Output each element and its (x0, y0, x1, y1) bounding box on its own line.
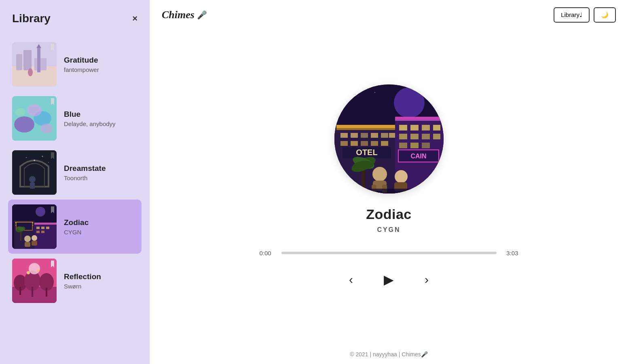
main-content: Chimes 🎤 Library♩ 🌙 (150, 0, 628, 364)
svg-point-60 (394, 87, 425, 118)
list-item[interactable]: Blue Delayde, anybodyy (8, 91, 142, 145)
sidebar-header: Library × (8, 12, 142, 25)
track-name: Zodiac (64, 218, 137, 227)
svg-point-40 (32, 235, 37, 241)
svg-point-38 (24, 236, 31, 242)
svg-point-55 (29, 263, 40, 274)
album-art-main: OTEL CAIN (334, 84, 444, 194)
close-button[interactable]: × (132, 13, 137, 24)
svg-rect-50 (19, 287, 21, 295)
list-item[interactable]: Gratitude fantompower (8, 37, 142, 91)
logo: Chimes 🎤 (162, 9, 207, 21)
svg-point-7 (28, 68, 33, 76)
svg-rect-5 (37, 48, 40, 72)
logo-icon: 🎤 (197, 10, 207, 20)
top-nav: Chimes 🎤 Library♩ 🌙 (150, 0, 628, 30)
svg-point-12 (27, 104, 42, 116)
album-thumb-gratitude (12, 42, 57, 86)
album-thumb-zodiac (12, 204, 57, 249)
album-thumb-reflection (12, 259, 57, 303)
play-icon: ▶ (384, 272, 394, 287)
svg-point-63 (374, 92, 375, 93)
track-info-zodiac: Zodiac CYGN (64, 218, 137, 236)
song-title: Zodiac (366, 206, 412, 222)
next-button[interactable]: › (421, 269, 432, 290)
svg-rect-67 (336, 125, 397, 128)
svg-rect-90 (410, 134, 419, 139)
svg-point-10 (14, 116, 34, 133)
track-info-gratitude: Gratitude fantompower (64, 56, 137, 73)
svg-rect-76 (351, 141, 358, 146)
svg-point-106 (395, 170, 408, 183)
svg-rect-94 (410, 143, 419, 148)
svg-rect-2 (16, 54, 22, 70)
svg-text:CAIN: CAIN (410, 153, 426, 160)
svg-rect-87 (422, 125, 430, 130)
svg-rect-78 (371, 141, 378, 146)
list-item[interactable]: Dreamstate Toonorth (8, 145, 142, 200)
sidebar: Library × (0, 0, 150, 364)
svg-rect-35 (46, 227, 49, 229)
prev-button[interactable]: ‹ (346, 269, 356, 290)
svg-rect-95 (422, 143, 430, 148)
library-list: Gratitude fantompower Blue (8, 37, 142, 308)
track-artist: Delayde, anybodyy (64, 120, 137, 127)
moon-icon: 🌙 (601, 11, 609, 19)
player-area: OTEL CAIN (150, 30, 628, 345)
svg-rect-41 (32, 241, 37, 246)
track-name: Gratitude (64, 56, 137, 65)
svg-rect-79 (381, 141, 388, 146)
svg-point-13 (15, 108, 25, 116)
svg-rect-77 (361, 141, 368, 146)
svg-rect-22 (30, 183, 35, 189)
svg-rect-37 (41, 231, 44, 233)
svg-point-26 (36, 207, 45, 217)
svg-rect-31 (34, 223, 57, 249)
svg-point-56 (27, 271, 30, 274)
play-button[interactable]: ▶ (381, 269, 397, 290)
track-info-dreamstate: Dreamstate Toonorth (64, 164, 137, 181)
track-artist: CYGN (64, 229, 137, 236)
svg-point-62 (358, 90, 359, 91)
svg-rect-91 (422, 134, 430, 139)
svg-point-14 (40, 124, 53, 133)
svg-rect-69 (340, 133, 348, 138)
svg-rect-85 (399, 125, 407, 130)
total-time: 3:03 (503, 250, 518, 257)
track-artist: fantompower (64, 66, 137, 73)
library-button[interactable]: Library♩ (554, 7, 590, 23)
track-artist: Toonorth (64, 175, 137, 181)
svg-point-21 (29, 176, 36, 183)
svg-rect-92 (433, 134, 440, 139)
svg-rect-34 (41, 227, 44, 229)
dark-mode-button[interactable]: 🌙 (594, 7, 616, 23)
svg-point-61 (346, 94, 347, 95)
list-item[interactable]: Reflection Swørn (8, 254, 142, 308)
svg-rect-84 (395, 119, 444, 121)
svg-rect-39 (25, 242, 30, 247)
album-thumb-dreamstate (12, 150, 57, 195)
footer-text: © 2021 | nayyyhaa | Chimes🎤 (350, 351, 428, 358)
progress-section: 0:00 3:03 (260, 250, 518, 257)
track-info-reflection: Reflection Swørn (64, 272, 137, 290)
track-name: Dreamstate (64, 164, 137, 173)
svg-rect-32 (34, 223, 57, 225)
progress-bar[interactable] (281, 252, 497, 254)
prev-icon: ‹ (349, 273, 353, 286)
svg-point-17 (34, 160, 35, 161)
svg-point-64 (423, 92, 424, 93)
track-artist: Swørn (64, 283, 137, 290)
svg-rect-33 (36, 227, 40, 229)
svg-point-20 (48, 162, 49, 163)
footer: © 2021 | nayyyhaa | Chimes🎤 (150, 345, 628, 364)
track-info-blue: Blue Delayde, anybodyy (64, 110, 137, 127)
list-item-active[interactable]: Zodiac CYGN (8, 200, 142, 254)
logo-text: Chimes (162, 9, 195, 21)
svg-rect-74 (389, 133, 395, 138)
track-name: Reflection (64, 272, 137, 281)
playback-controls: ‹ ▶ › (346, 269, 432, 290)
svg-point-18 (42, 156, 43, 157)
svg-rect-108 (334, 189, 444, 194)
svg-rect-75 (340, 141, 348, 146)
svg-rect-83 (395, 117, 444, 119)
